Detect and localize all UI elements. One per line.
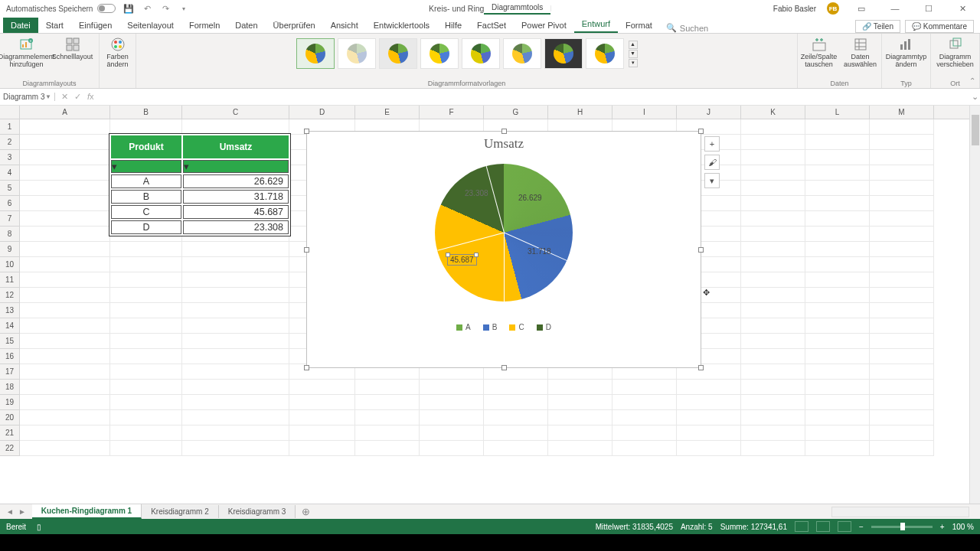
cell[interactable] <box>870 196 934 211</box>
cell[interactable] <box>420 441 484 456</box>
cell[interactable] <box>182 303 289 318</box>
cell[interactable] <box>20 119 110 135</box>
cell[interactable] <box>420 380 484 395</box>
row-header[interactable]: 6 <box>0 196 20 211</box>
page-break-view-button[interactable] <box>838 521 851 532</box>
tab-ansicht[interactable]: Ansicht <box>323 18 366 33</box>
sheet-tab-3[interactable]: Kreisdiagramm 3 <box>219 505 296 518</box>
cell[interactable] <box>741 425 805 441</box>
cell[interactable] <box>289 410 355 425</box>
cell[interactable] <box>805 318 870 334</box>
cell[interactable] <box>870 119 934 135</box>
cell[interactable] <box>870 410 934 425</box>
cell[interactable] <box>20 303 110 318</box>
column-header[interactable]: J <box>677 106 741 119</box>
cell[interactable] <box>110 257 182 272</box>
cell[interactable] <box>182 334 289 349</box>
cell[interactable] <box>20 272 110 288</box>
cell[interactable] <box>870 395 934 410</box>
cell[interactable] <box>805 227 870 242</box>
chart-style-4[interactable] <box>420 38 459 69</box>
cell[interactable] <box>805 150 870 165</box>
cell[interactable] <box>484 441 548 456</box>
cell[interactable] <box>355 425 420 441</box>
chart-style-6[interactable] <box>503 38 541 69</box>
cell[interactable] <box>870 150 934 165</box>
cell[interactable] <box>484 395 548 410</box>
chart-title[interactable]: Umsatz <box>307 136 701 152</box>
cell[interactable] <box>20 380 110 395</box>
quick-layout-button[interactable]: Schnelllayout <box>51 35 94 63</box>
cell[interactable] <box>182 288 289 303</box>
vertical-scrollbar[interactable] <box>969 106 980 504</box>
row-header[interactable]: 12 <box>0 288 20 303</box>
normal-view-button[interactable] <box>795 521 808 532</box>
tab-seitenlayout[interactable]: Seitenlayout <box>119 18 181 33</box>
data-table[interactable]: Produkt Umsatz ▾▾ A26.629 B31.718 C45.68… <box>109 133 291 236</box>
tab-ueberpruefen[interactable]: Überprüfen <box>266 18 323 33</box>
cell[interactable] <box>870 242 934 257</box>
tab-formeln[interactable]: Formeln <box>181 18 227 33</box>
cell[interactable] <box>741 380 805 395</box>
cell[interactable] <box>741 441 805 456</box>
column-header[interactable]: D <box>289 106 355 119</box>
cell[interactable] <box>355 395 420 410</box>
cell[interactable] <box>548 441 612 456</box>
move-chart-button[interactable]: Diagramm verschieben <box>934 35 977 70</box>
row-header[interactable]: 11 <box>0 272 20 288</box>
chart-style-7[interactable] <box>544 38 583 69</box>
cell[interactable] <box>741 211 805 227</box>
zoom-in-button[interactable]: + <box>940 523 945 531</box>
cell[interactable] <box>612 395 677 410</box>
column-header[interactable]: B <box>110 106 182 119</box>
row-header[interactable]: 7 <box>0 211 20 227</box>
cell[interactable] <box>289 441 355 456</box>
cell[interactable] <box>677 395 741 410</box>
comments-button[interactable]: 💬 Kommentare <box>905 20 974 33</box>
cell[interactable] <box>420 425 484 441</box>
cell[interactable] <box>20 196 110 211</box>
tab-entwicklertools[interactable]: Entwicklertools <box>366 18 437 33</box>
save-icon[interactable]: 💾 <box>123 3 134 14</box>
cell[interactable] <box>805 242 870 257</box>
cell[interactable] <box>741 334 805 349</box>
cell[interactable] <box>870 303 934 318</box>
cell[interactable] <box>355 410 420 425</box>
cell[interactable] <box>182 119 289 135</box>
cell[interactable] <box>870 135 934 150</box>
cell[interactable] <box>741 257 805 272</box>
zoom-slider[interactable] <box>871 526 933 528</box>
cell[interactable] <box>612 441 677 456</box>
cell[interactable] <box>741 318 805 334</box>
cell[interactable] <box>741 181 805 196</box>
cell[interactable] <box>182 380 289 395</box>
cell[interactable] <box>20 181 110 196</box>
cell[interactable] <box>548 380 612 395</box>
style-scroll-down-icon[interactable]: ▼ <box>629 50 638 58</box>
row-header[interactable]: 22 <box>0 441 20 456</box>
cell[interactable] <box>182 395 289 410</box>
cell[interactable] <box>182 242 289 257</box>
cell[interactable] <box>805 425 870 441</box>
cell[interactable] <box>20 364 110 380</box>
cell[interactable] <box>110 318 182 334</box>
cell[interactable] <box>870 441 934 456</box>
chart-style-8[interactable] <box>586 38 624 69</box>
horizontal-scrollbar[interactable] <box>831 507 969 517</box>
cell[interactable] <box>805 334 870 349</box>
chart-object[interactable]: Umsatz 26.629 31.718 45.687 23.308 A B C… <box>306 131 701 368</box>
cell[interactable] <box>182 410 289 425</box>
user-name[interactable]: Fabio Basler <box>773 5 816 13</box>
cell[interactable] <box>612 380 677 395</box>
cell[interactable] <box>870 334 934 349</box>
cell[interactable] <box>548 395 612 410</box>
cell[interactable] <box>20 395 110 410</box>
cell[interactable] <box>805 349 870 364</box>
switch-row-column-button[interactable]: Zeile/Spalte tauschen <box>800 35 838 70</box>
cell[interactable] <box>289 425 355 441</box>
row-header[interactable]: 17 <box>0 364 20 380</box>
cell[interactable] <box>20 242 110 257</box>
table-header-umsatz[interactable]: Umsatz <box>183 135 289 158</box>
zoom-out-button[interactable]: − <box>859 523 864 531</box>
cell[interactable] <box>870 288 934 303</box>
